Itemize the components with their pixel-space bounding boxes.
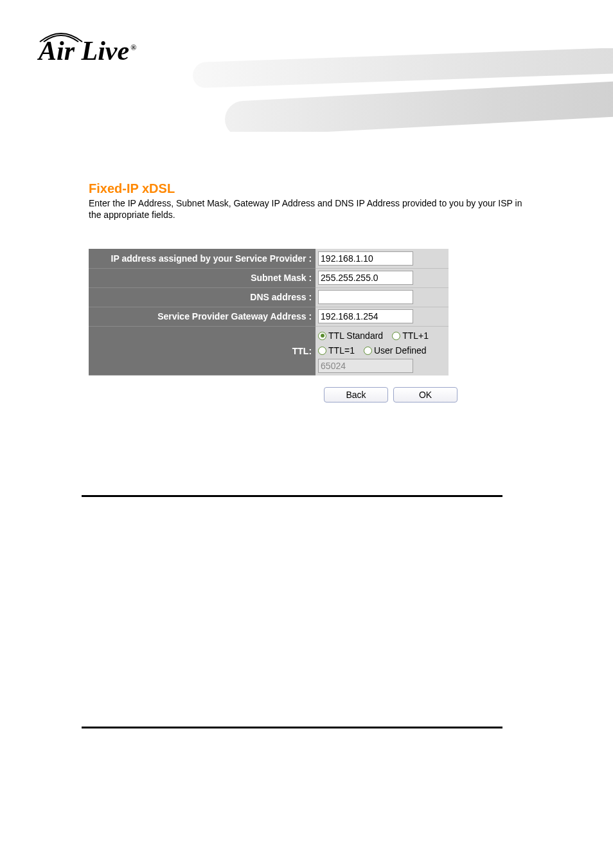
brand-name: Air Live® [39,36,136,66]
ttl-user-defined-radio[interactable]: User Defined [364,344,427,357]
subnet-mask-label: Subnet Mask : [89,268,315,287]
radio-icon [392,332,400,340]
page-description: Enter the IP Address, Subnet Mask, Gatew… [89,197,524,221]
header-banner [193,48,613,132]
brand-logo: Air Live® [39,35,136,66]
radio-icon [318,332,326,340]
ip-address-label: IP address assigned by your Service Prov… [89,249,315,268]
radio-icon [318,347,326,355]
ttl-user-value-input [318,359,413,373]
ttl-label: TTL: [89,326,315,375]
section-divider [82,495,502,497]
gateway-address-label: Service Provider Gateway Address : [89,307,315,326]
section-divider [82,727,502,728]
ttl-plus1-label: TTL+1 [402,329,429,343]
ttl-plus1-radio[interactable]: TTL+1 [392,329,429,343]
ttl-standard-radio[interactable]: TTL Standard [318,329,383,343]
main-content: Fixed-IP xDSL Enter the IP Address, Subn… [89,181,524,402]
ttl-eq1-radio[interactable]: TTL=1 [318,344,355,357]
dns-address-label: DNS address : [89,287,315,307]
subnet-mask-input[interactable] [318,271,413,285]
back-button[interactable]: Back [324,387,388,402]
gateway-address-input[interactable] [318,309,413,323]
ttl-standard-label: TTL Standard [328,329,383,343]
ok-button[interactable]: OK [393,387,458,402]
settings-form: IP address assigned by your Service Prov… [89,249,449,375]
button-row: Back OK [324,387,524,402]
page-title: Fixed-IP xDSL [89,181,524,196]
ttl-eq1-label: TTL=1 [328,344,355,357]
dns-address-input[interactable] [318,290,413,304]
radio-icon [364,347,372,355]
ttl-user-defined-label: User Defined [374,344,427,357]
ip-address-input[interactable] [318,251,413,266]
